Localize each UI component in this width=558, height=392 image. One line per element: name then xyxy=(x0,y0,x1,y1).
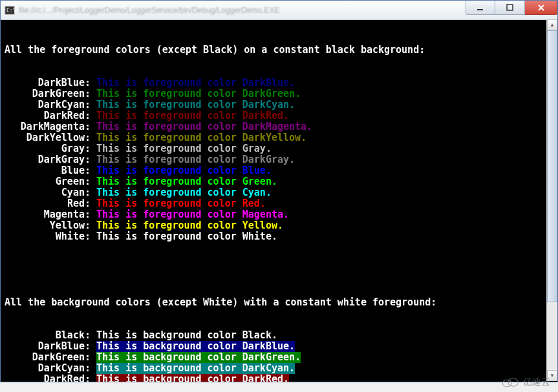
bg-row-DarkGreen: DarkGreen: This is background color Dark… xyxy=(5,352,553,363)
fg-text: This is foreground color Yellow. xyxy=(96,220,283,231)
fg-row-Yellow: Yellow: This is foreground color Yellow. xyxy=(5,220,553,231)
scroll-track[interactable] xyxy=(547,30,557,370)
fg-text: This is foreground color DarkBlue. xyxy=(96,77,295,88)
fg-label: DarkGray: xyxy=(5,154,91,165)
bg-text: This is background color DarkRed. xyxy=(96,374,289,382)
fg-text: This is foreground color Magenta. xyxy=(96,209,289,220)
vertical-scrollbar[interactable]: ▲ ▼ xyxy=(546,19,557,381)
bg-row-DarkRed: DarkRed: This is background color DarkRe… xyxy=(5,374,553,382)
titlebar: C:\ file:///c:/.../Project/LoggerDemo/Lo… xyxy=(1,1,557,20)
fg-row-DarkRed: DarkRed: This is foreground color DarkRe… xyxy=(5,110,553,121)
fg-text: This is foreground color DarkRed. xyxy=(96,110,289,121)
svg-rect-2 xyxy=(477,9,483,10)
bg-text: This is background color Black. xyxy=(96,330,277,341)
fg-row-DarkGreen: DarkGreen: This is foreground color Dark… xyxy=(5,88,553,99)
fg-row-DarkMagenta: DarkMagenta: This is foreground color Da… xyxy=(5,121,553,132)
fg-text: This is foreground color Gray. xyxy=(96,143,272,154)
fg-text: This is foreground color Cyan. xyxy=(96,187,272,198)
watermark-text: 亿速云 xyxy=(523,377,550,388)
fg-text: This is foreground color White. xyxy=(96,231,277,242)
fg-text: This is foreground color DarkGreen. xyxy=(96,88,301,99)
fg-label: DarkBlue: xyxy=(5,77,91,88)
console-output: All the foreground colors (except Black)… xyxy=(1,20,557,382)
bg-text: This is background color DarkCyan. xyxy=(96,363,295,374)
fg-label: Green: xyxy=(5,176,91,187)
cloud-icon xyxy=(501,377,519,388)
bg-text: This is background color DarkBlue. xyxy=(96,341,295,352)
fg-header: All the foreground colors (except Black)… xyxy=(5,45,553,56)
bg-text: This is background color DarkGreen. xyxy=(96,352,301,363)
fg-row-Gray: Gray: This is foreground color Gray. xyxy=(5,143,553,154)
fg-row-DarkYellow: DarkYellow: This is foreground color Dar… xyxy=(5,132,553,143)
fg-text: This is foreground color Blue. xyxy=(96,165,272,176)
fg-row-Green: Green: This is foreground color Green. xyxy=(5,176,553,187)
console-window: C:\ file:///c:/.../Project/LoggerDemo/Lo… xyxy=(0,0,558,382)
window-title: file:///c:/.../Project/LoggerDemo/Logger… xyxy=(19,6,280,15)
svg-point-5 xyxy=(508,378,519,386)
fg-row-Blue: Blue: This is foreground color Blue. xyxy=(5,165,553,176)
scroll-up-button[interactable]: ▲ xyxy=(547,19,557,30)
fg-text: This is foreground color Green. xyxy=(96,176,277,187)
bg-row-Black: Black: This is background color Black. xyxy=(5,330,553,341)
bg-label: DarkRed: xyxy=(5,374,91,382)
fg-row-Red: Red: This is foreground color Red. xyxy=(5,198,553,209)
fg-label: Cyan: xyxy=(5,187,91,198)
bg-section: Black: This is background color Black.Da… xyxy=(5,330,553,382)
fg-label: DarkCyan: xyxy=(5,99,91,110)
fg-row-DarkGray: DarkGray: This is foreground color DarkG… xyxy=(5,154,553,165)
window-controls xyxy=(466,1,557,19)
fg-label: White: xyxy=(5,231,91,242)
svg-rect-3 xyxy=(507,5,513,10)
bg-label: Black: xyxy=(5,330,91,341)
fg-text: This is foreground color DarkYellow. xyxy=(96,132,306,143)
fg-section: DarkBlue: This is foreground color DarkB… xyxy=(5,77,553,242)
fg-label: Yellow: xyxy=(5,220,91,231)
bg-row-DarkCyan: DarkCyan: This is background color DarkC… xyxy=(5,363,553,374)
fg-label: Magenta: xyxy=(5,209,91,220)
watermark: 亿速云 xyxy=(501,377,550,388)
bg-label: DarkGreen: xyxy=(5,352,91,363)
maximize-button[interactable] xyxy=(495,1,525,15)
bg-label: DarkBlue: xyxy=(5,341,91,352)
fg-row-DarkCyan: DarkCyan: This is foreground color DarkC… xyxy=(5,99,553,110)
fg-label: DarkMagenta: xyxy=(5,121,91,132)
fg-label: DarkGreen: xyxy=(5,88,91,99)
fg-row-Magenta: Magenta: This is foreground color Magent… xyxy=(5,209,553,220)
fg-text: This is foreground color DarkMagenta. xyxy=(96,121,312,132)
fg-text: This is foreground color Red. xyxy=(96,198,266,209)
fg-label: DarkYellow: xyxy=(5,132,91,143)
app-icon: C:\ xyxy=(5,5,15,15)
bg-label: DarkCyan: xyxy=(5,363,91,374)
fg-text: This is foreground color DarkCyan. xyxy=(96,99,295,110)
minimize-button[interactable] xyxy=(466,1,495,15)
scroll-thumb[interactable] xyxy=(547,30,557,302)
close-button[interactable] xyxy=(525,1,557,15)
fg-row-White: White: This is foreground color White. xyxy=(5,231,553,242)
fg-row-Cyan: Cyan: This is foreground color Cyan. xyxy=(5,187,553,198)
fg-text: This is foreground color DarkGray. xyxy=(96,154,295,165)
fg-label: Gray: xyxy=(5,143,91,154)
fg-label: Red: xyxy=(5,198,91,209)
bg-header: All the background colors (except White)… xyxy=(5,297,553,308)
fg-label: DarkRed: xyxy=(5,110,91,121)
fg-row-DarkBlue: DarkBlue: This is foreground color DarkB… xyxy=(5,77,553,88)
bg-row-DarkBlue: DarkBlue: This is background color DarkB… xyxy=(5,341,553,352)
fg-label: Blue: xyxy=(5,165,91,176)
blank-line xyxy=(5,264,553,275)
svg-text:C:\: C:\ xyxy=(6,8,15,14)
